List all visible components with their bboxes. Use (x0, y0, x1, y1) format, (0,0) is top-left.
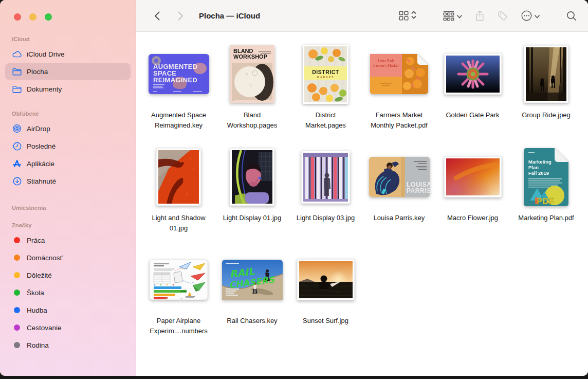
file-item[interactable]: Sunset Surf.jpg (289, 249, 362, 352)
file-item[interactable]: Light Display 01.jpg (215, 146, 289, 249)
pages-thumbnail: DISTRICT MARKET (303, 45, 348, 104)
tag-dot-gray (14, 342, 20, 348)
pages-thumbnail: BLAND WORKSHOP (230, 45, 274, 103)
more-actions-button[interactable] (521, 10, 532, 21)
folder-icon (12, 84, 22, 94)
download-icon (12, 176, 22, 186)
view-selector-chevrons[interactable] (411, 10, 416, 22)
sidebar-tag-dolezite[interactable]: Dôležité (5, 267, 131, 283)
sidebar-section-favorites: Obľúbené (0, 111, 136, 117)
tag-dot-red (14, 237, 20, 243)
file-item[interactable]: Light Display 03.jpg (289, 146, 362, 249)
tag-label: Cestovanie (27, 324, 62, 332)
main-area: Plocha — iCloud (136, 0, 588, 376)
svg-text:PDF: PDF (537, 197, 555, 206)
file-browser-content: AUGMENTED SPACE REIMAGINED Augmented Spa… (136, 32, 588, 376)
close-button[interactable] (14, 13, 21, 21)
file-name: Augmented Space Reimagined.key (148, 110, 210, 130)
window-controls (0, 0, 136, 29)
chevron-down-icon (535, 11, 540, 21)
file-name: Light Display 01.jpg (223, 213, 281, 223)
sidebar: iCloud iCloud Drive Plocha Dokumenty Obľ… (0, 0, 136, 376)
tag-button[interactable] (498, 11, 508, 21)
file-name: Golden Gate Park (446, 110, 499, 120)
file-name: Paper Airplane Experim....numbers (148, 316, 210, 336)
sidebar-item-label: Stiahnuté (27, 177, 56, 185)
file-item[interactable]: LOUISA PARRIS Louisa Parris.key (362, 146, 436, 249)
svg-text:DISTRICT: DISTRICT (312, 69, 339, 75)
keynote-thumbnail: AUGMENTED SPACE REIMAGINED (149, 54, 209, 94)
share-button[interactable] (475, 10, 484, 21)
pdf-thumbnail: Luna Park Farmer's Market (370, 54, 428, 94)
sidebar-item-airdrop[interactable]: AirDrop (5, 120, 131, 137)
sidebar-item-plocha[interactable]: Plocha (5, 63, 131, 80)
sidebar-tag-hudba[interactable]: Hudba (5, 302, 131, 318)
file-item[interactable]: AUGMENTED SPACE REIMAGINED Augmented Spa… (142, 43, 215, 146)
search-button[interactable] (566, 11, 577, 21)
group-by-button[interactable] (443, 11, 454, 21)
back-button[interactable] (150, 9, 164, 23)
file-name: Group Ride.jpeg (522, 110, 571, 120)
airdrop-icon (12, 123, 22, 134)
photo-thumbnail (524, 45, 568, 103)
photo-thumbnail (156, 148, 201, 206)
file-item[interactable]: Macro Flower.jpg (436, 146, 509, 249)
sidebar-item-label: Dokumenty (27, 85, 62, 93)
sidebar-item-label: Plocha (27, 68, 48, 76)
tag-dot-yellow (14, 272, 20, 278)
file-item[interactable]: Marketing Plan Fall 2019 PDF (509, 146, 583, 249)
sidebar-tag-cestovanie[interactable]: Cestovanie (5, 319, 131, 336)
sidebar-tag-rodina[interactable]: Rodina (5, 337, 131, 353)
sidebar-tag-praca[interactable]: Práca (5, 232, 131, 248)
file-item[interactable]: Group Ride.jpeg (509, 43, 583, 146)
svg-text:Farmer's Market: Farmer's Market (373, 63, 399, 68)
sidebar-item-aplikacie[interactable]: Aplikácie (5, 155, 131, 172)
sidebar-item-stiahnute[interactable]: Stiahnuté (5, 173, 131, 189)
sidebar-item-dokumenty[interactable]: Dokumenty (5, 81, 131, 97)
file-item[interactable]: RAIL CHASERS Rail Chasers.key (215, 249, 289, 352)
sidebar-tag-skola[interactable]: Škola (5, 284, 131, 301)
file-name: Light Display 03.jpg (297, 213, 355, 223)
keynote-thumbnail: LOUISA PARRIS (369, 157, 430, 197)
pdf-thumbnail: Marketing Plan Fall 2019 PDF (524, 148, 568, 206)
forward-button[interactable] (173, 9, 188, 23)
toolbar: Plocha — iCloud (136, 0, 588, 32)
photo-thumbnail (301, 151, 350, 204)
svg-text:Marketing: Marketing (528, 159, 552, 165)
file-name: Marketing Plan.pdf (518, 213, 574, 223)
file-item[interactable]: Golden Gate Park (436, 43, 509, 146)
file-item[interactable]: Paper Airplane Experim....numbers (142, 249, 215, 352)
svg-text:MARKET: MARKET (317, 76, 334, 79)
tag-dot-purple (14, 324, 20, 331)
svg-text:Fall 2019: Fall 2019 (528, 170, 549, 176)
tag-label: Dôležité (27, 272, 52, 279)
file-item[interactable]: Luna Park Farmer's Market Farmers Market… (362, 43, 436, 146)
file-name: Farmers Market Monthly Packet.pdf (368, 110, 431, 130)
file-item[interactable]: Light and Shadow 01.jpg (142, 146, 215, 249)
photo-thumbnail (444, 156, 502, 197)
tag-label: Rodina (27, 341, 49, 349)
file-item[interactable]: DISTRICT MARKET District Market.pages (289, 43, 362, 146)
sidebar-section-locations: Umiestnenia (0, 205, 136, 211)
folder-icon (12, 66, 22, 77)
sidebar-item-posledne[interactable]: Posledné (5, 138, 131, 154)
file-item[interactable]: BLAND WORKSHOP Bland Workshop.pages (215, 43, 289, 146)
svg-text:WORKSHOP: WORKSHOP (233, 53, 267, 60)
file-name: Light and Shadow 01.jpg (148, 213, 210, 233)
minimize-button[interactable] (29, 13, 36, 21)
tag-label: Domácnosť (27, 254, 63, 262)
sidebar-item-label: iCloud Drive (27, 50, 65, 58)
sidebar-item-icloud-drive[interactable]: iCloud Drive (5, 46, 131, 62)
file-name: Rail Chasers.key (227, 316, 277, 326)
file-name: Bland Workshop.pages (221, 110, 284, 130)
tag-dot-orange (14, 255, 20, 261)
sidebar-tag-domacnost[interactable]: Domácnosť (5, 249, 131, 266)
svg-text:Luna Park: Luna Park (378, 59, 394, 63)
keynote-thumbnail: RAIL CHASERS (222, 260, 283, 300)
clock-icon (12, 141, 22, 151)
view-options-button[interactable] (399, 11, 409, 21)
zoom-button[interactable] (45, 13, 52, 21)
tag-label: Práca (27, 237, 45, 244)
svg-text:REIMAGINED: REIMAGINED (153, 76, 197, 84)
file-name: Macro Flower.jpg (447, 213, 498, 223)
